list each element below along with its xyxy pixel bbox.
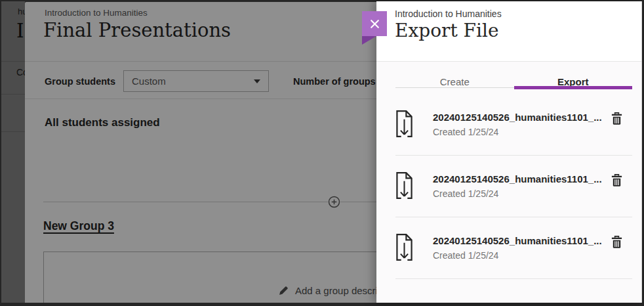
file-text: 20240125140526_humanities1101_... Create… [433, 110, 605, 137]
screenshot-frame: hu I Co Introduction to Humanities Final… [0, 0, 644, 306]
panel-breadcrumb: Introduction to Humanities [395, 9, 502, 19]
group-management-page: Introduction to Humanities Final Present… [25, 2, 376, 303]
number-of-groups-label: Number of groups [293, 76, 376, 87]
group-students-dropdown-value: Custom [132, 76, 254, 87]
panel-title: Export File [395, 20, 498, 41]
export-file-panel: Introduction to Humanities Export File C… [376, 1, 642, 303]
export-file-row: 20240125140526_humanities1101_... Create… [395, 156, 632, 217]
trash-icon [611, 173, 623, 187]
file-name-link[interactable]: 20240125140526_humanities1101_... [433, 112, 605, 123]
all-students-assigned-status: All students assigned [45, 116, 160, 129]
delete-file-button[interactable] [611, 112, 623, 127]
tab-export-active-underline [514, 86, 633, 89]
panel-header: Introduction to Humanities Export File [376, 1, 641, 62]
export-file-row: 20240125140526_humanities1101_... Create… [395, 94, 632, 156]
plus-circle-icon [328, 196, 340, 208]
divider [43, 202, 376, 202]
page-title: Final Presentations [43, 19, 231, 41]
background-title-fragment: I [16, 20, 24, 42]
export-file-row: 20240125140526_humanities1101_... Create… [395, 217, 632, 279]
close-icon [369, 18, 380, 30]
add-group-description-button[interactable]: Add a group description [278, 285, 376, 296]
file-created-date: Created 1/25/24 [433, 250, 605, 261]
file-download-icon[interactable] [395, 110, 413, 138]
background-nav-fragment: Co [16, 67, 25, 77]
export-file-list: 20240125140526_humanities1101_... Create… [395, 94, 632, 279]
tab-create-underline [395, 87, 514, 88]
panel-tabs: Create Export [395, 62, 632, 93]
app-window: hu I Co Introduction to Humanities Final… [1, 1, 642, 303]
close-panel-button[interactable] [362, 11, 387, 36]
chevron-down-icon [254, 79, 260, 83]
group-title-new-group-3[interactable]: New Group 3 [43, 219, 114, 233]
trash-icon [611, 112, 623, 125]
background-page-strip: hu I Co [1, 1, 25, 303]
delete-file-button[interactable] [611, 235, 623, 251]
pencil-icon [278, 285, 289, 296]
group-students-dropdown[interactable]: Custom [123, 70, 269, 92]
file-download-icon[interactable] [395, 233, 413, 261]
file-name-link[interactable]: 20240125140526_humanities1101_... [433, 173, 605, 185]
trash-icon [611, 235, 623, 249]
file-created-date: Created 1/25/24 [433, 127, 605, 137]
divider [1, 94, 25, 95]
file-text: 20240125140526_humanities1101_... Create… [433, 171, 605, 199]
file-name-link[interactable]: 20240125140526_humanities1101_... [433, 235, 605, 246]
file-text: 20240125140526_humanities1101_... Create… [433, 233, 605, 261]
file-download-icon[interactable] [395, 171, 413, 200]
file-created-date: Created 1/25/24 [433, 188, 605, 199]
add-group-button[interactable] [328, 196, 340, 208]
add-group-description-label: Add a group description [295, 285, 376, 296]
group-students-label: Group students [45, 76, 115, 87]
delete-file-button[interactable] [611, 173, 623, 189]
divider [25, 98, 376, 99]
divider [25, 61, 376, 62]
divider [1, 131, 25, 132]
breadcrumb: Introduction to Humanities [45, 8, 148, 18]
divider [1, 61, 25, 62]
background-breadcrumb-fragment: hu [18, 7, 25, 16]
